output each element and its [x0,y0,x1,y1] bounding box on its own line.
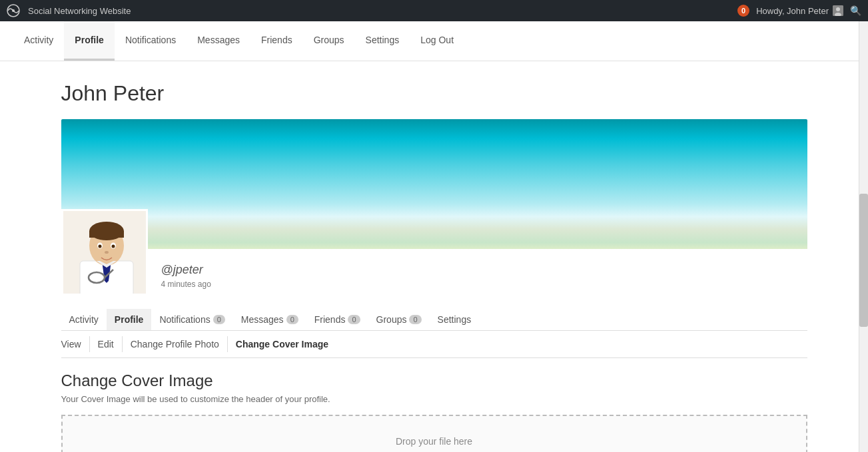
nav-item-profile[interactable]: Profile [64,21,115,61]
nav-item-friends[interactable]: Friends [250,21,303,61]
scrollbar-thumb[interactable] [859,194,868,327]
subnav-change-cover-image[interactable]: Change Cover Image [228,336,336,352]
messages-badge: 0 [286,315,298,324]
nav-item-groups[interactable]: Groups [303,21,355,61]
profile-last-active: 4 minutes ago [161,280,211,289]
subnav-friends[interactable]: Friends 0 [306,309,368,330]
user-greeting: Howdy, John Peter [756,5,843,16]
change-cover-section: Change Cover Image Your Cover Image will… [61,371,807,452]
notifications-badge: 0 [213,315,225,324]
subnav-settings[interactable]: Settings [430,309,480,330]
scrollbar[interactable] [859,21,868,452]
profile-handle: @jpeter [161,263,211,277]
nav-item-messages[interactable]: Messages [187,21,250,61]
notification-count[interactable]: 0 [737,5,749,17]
admin-bar-right: 0 Howdy, John Peter 🔍 [737,5,861,17]
svg-point-17 [105,251,109,254]
svg-point-15 [98,245,101,248]
svg-point-16 [111,245,115,248]
subnav-edit[interactable]: Edit [90,336,123,352]
change-cover-title: Change Cover Image [61,371,807,390]
admin-bar: Social Networking Website 0 Howdy, John … [0,0,868,21]
change-cover-description: Your Cover Image will be used to customi… [61,394,807,404]
site-name[interactable]: Social Networking Website [28,6,131,16]
sub-subnav: View Edit Change Profile Photo Change Co… [61,331,807,358]
admin-bar-left: Social Networking Website [7,4,131,17]
top-nav: Activity Profile Notifications Messages … [0,21,868,61]
svg-point-3 [836,7,840,11]
groups-badge: 0 [409,315,421,324]
main-wrapper: Activity Profile Notifications Messages … [0,21,868,452]
subnav-profile[interactable]: Profile [107,309,152,330]
subnav-activity[interactable]: Activity [61,309,107,330]
profile-section: @jpeter 4 minutes ago [61,209,807,302]
drop-zone-label: Drop your file here [396,436,472,447]
subnav-change-profile-photo[interactable]: Change Profile Photo [123,336,228,352]
friends-badge: 0 [348,315,360,324]
profile-avatar [61,209,148,296]
nav-item-activity[interactable]: Activity [13,21,64,61]
nav-item-logout[interactable]: Log Out [410,21,464,61]
subnav-view[interactable]: View [61,336,90,352]
subnav-notifications[interactable]: Notifications 0 [151,309,232,330]
subnav-groups[interactable]: Groups 0 [368,309,430,330]
subnav-messages[interactable]: Messages 0 [233,309,306,330]
nav-item-settings[interactable]: Settings [355,21,410,61]
search-icon[interactable]: 🔍 [850,5,861,16]
svg-point-1 [12,9,15,12]
content-area: John Peter [48,61,821,452]
profile-subnav: Activity Profile Notifications 0 Message… [61,309,807,331]
page-title: John Peter [61,81,807,106]
avatar [833,5,843,16]
svg-rect-12 [89,231,124,238]
wordpress-logo-icon[interactable] [7,4,20,17]
profile-info: @jpeter 4 minutes ago [161,263,211,296]
nav-item-notifications[interactable]: Notifications [115,21,187,61]
file-drop-zone[interactable]: Drop your file here [61,415,807,452]
